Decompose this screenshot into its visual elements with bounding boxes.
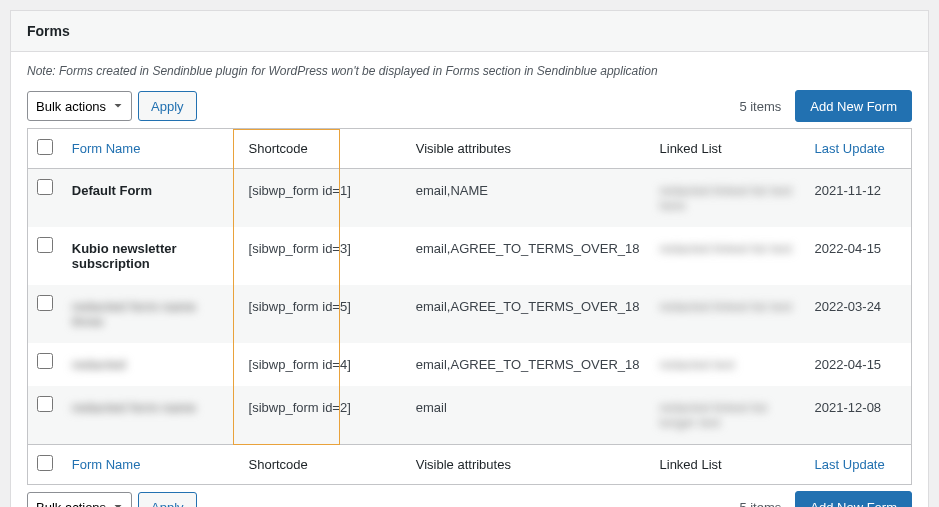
col-shortcode: Shortcode: [239, 129, 406, 169]
visible-cell: email,AGREE_TO_TERMS_OVER_18: [406, 285, 650, 343]
row-checkbox[interactable]: [37, 237, 53, 253]
form-name-link[interactable]: redacted: [72, 357, 126, 372]
tablenav-bottom: Bulk actions Apply 5 items Add New Form: [27, 491, 912, 507]
shortcode-cell: [sibwp_form id=2]: [239, 386, 406, 445]
shortcode-cell: [sibwp_form id=3]: [239, 227, 406, 285]
row-checkbox[interactable]: [37, 396, 53, 412]
forms-table: Form Name Shortcode Visible attributes L…: [27, 128, 912, 485]
linked-cell: redacted linked list text: [650, 227, 805, 285]
page-title: Forms: [27, 23, 912, 39]
visible-cell: email,NAME: [406, 169, 650, 228]
table-row: Default Form [sibwp_form id=1] email,NAM…: [28, 169, 912, 228]
add-new-form-button-bottom[interactable]: Add New Form: [795, 491, 912, 507]
last-update-cell: 2022-03-24: [805, 285, 912, 343]
form-name-link[interactable]: redacted form name: [72, 400, 196, 415]
col-form-name-foot[interactable]: Form Name: [62, 445, 239, 485]
linked-cell: redacted linked list text here: [650, 169, 805, 228]
panel-header: Forms: [11, 11, 928, 52]
col-shortcode-foot: Shortcode: [239, 445, 406, 485]
last-update-cell: 2022-04-15: [805, 227, 912, 285]
table-row: Kubio newsletter subscription [sibwp_for…: [28, 227, 912, 285]
col-last-update-foot[interactable]: Last Update: [805, 445, 912, 485]
col-linked: Linked List: [650, 129, 805, 169]
row-checkbox[interactable]: [37, 353, 53, 369]
linked-cell: redacted text: [650, 343, 805, 386]
col-form-name[interactable]: Form Name: [62, 129, 239, 169]
forms-panel: Forms Note: Forms created in Sendinblue …: [10, 10, 929, 507]
bulk-actions-select-bottom[interactable]: Bulk actions: [27, 492, 132, 507]
last-update-cell: 2021-12-08: [805, 386, 912, 445]
visible-cell: email: [406, 386, 650, 445]
select-all-top[interactable]: [37, 139, 53, 155]
shortcode-cell: [sibwp_form id=5]: [239, 285, 406, 343]
form-name-link[interactable]: redacted form name three: [72, 299, 196, 329]
form-name-link[interactable]: Default Form: [72, 183, 152, 198]
add-new-form-button-top[interactable]: Add New Form: [795, 90, 912, 122]
bulk-actions-select-top[interactable]: Bulk actions: [27, 91, 132, 121]
visible-cell: email,AGREE_TO_TERMS_OVER_18: [406, 227, 650, 285]
tablenav-top: Bulk actions Apply 5 items Add New Form: [27, 90, 912, 122]
apply-button-top[interactable]: Apply: [138, 91, 197, 121]
row-checkbox[interactable]: [37, 295, 53, 311]
col-linked-foot: Linked List: [650, 445, 805, 485]
info-note: Note: Forms created in Sendinblue plugin…: [27, 64, 912, 78]
linked-cell: redacted linked list longer text: [650, 386, 805, 445]
shortcode-cell: [sibwp_form id=4]: [239, 343, 406, 386]
col-visible-foot: Visible attributes: [406, 445, 650, 485]
linked-cell: redacted linked list text: [650, 285, 805, 343]
items-count-bottom: 5 items: [739, 500, 781, 508]
items-count-top: 5 items: [739, 99, 781, 114]
visible-cell: email,AGREE_TO_TERMS_OVER_18: [406, 343, 650, 386]
shortcode-cell: [sibwp_form id=1]: [239, 169, 406, 228]
form-name-link[interactable]: Kubio newsletter subscription: [72, 241, 177, 271]
last-update-cell: 2021-11-12: [805, 169, 912, 228]
table-row: redacted form name three [sibwp_form id=…: [28, 285, 912, 343]
table-row: redacted [sibwp_form id=4] email,AGREE_T…: [28, 343, 912, 386]
last-update-cell: 2022-04-15: [805, 343, 912, 386]
select-all-bottom[interactable]: [37, 455, 53, 471]
col-visible: Visible attributes: [406, 129, 650, 169]
row-checkbox[interactable]: [37, 179, 53, 195]
col-last-update[interactable]: Last Update: [805, 129, 912, 169]
table-row: redacted form name [sibwp_form id=2] ema…: [28, 386, 912, 445]
apply-button-bottom[interactable]: Apply: [138, 492, 197, 507]
